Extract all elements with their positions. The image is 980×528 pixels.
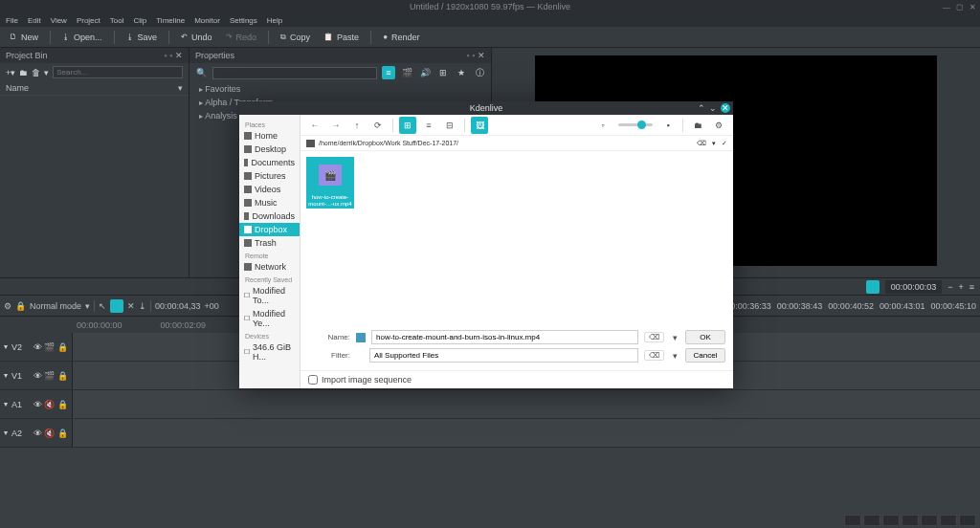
redo-button[interactable]: ↷ Redo: [222, 31, 261, 44]
place-modified-yesterday[interactable]: ☐ Modified Ye...: [239, 307, 300, 330]
import-sequence-checkbox[interactable]: [308, 375, 318, 385]
menu-project[interactable]: Project: [77, 16, 100, 25]
dialog-title: Kdenlive: [470, 103, 503, 113]
dialog-titlebar: Kdenlive ⌃ ⌄ ✕: [239, 101, 733, 115]
new-folder-icon[interactable]: 🖿: [689, 117, 706, 134]
dialog-max-icon[interactable]: ⌄: [709, 103, 717, 113]
place-downloads[interactable]: Downloads: [239, 209, 300, 223]
menu-settings[interactable]: Settings: [230, 16, 257, 25]
layout-switcher[interactable]: [844, 515, 976, 526]
place-videos[interactable]: Videos: [239, 183, 300, 196]
track-a1[interactable]: ▾ A1 👁 🔇 🔒: [0, 390, 980, 419]
effects-info-icon[interactable]: ⓘ: [473, 66, 486, 79]
cancel-button[interactable]: Cancel: [685, 348, 725, 363]
place-home[interactable]: Home: [239, 129, 300, 143]
undo-button[interactable]: ↶ Undo: [177, 31, 216, 44]
window-close-icon[interactable]: ✕: [969, 3, 976, 11]
menu-timeline[interactable]: Timeline: [156, 16, 185, 25]
window-minimize-icon[interactable]: —: [943, 3, 950, 11]
ok-button[interactable]: OK: [685, 330, 725, 344]
place-dropbox[interactable]: Dropbox: [239, 223, 300, 236]
project-bin-title: Project Bin: [6, 51, 48, 60]
menu-monitor[interactable]: Monitor: [194, 16, 220, 25]
menu-edit[interactable]: Edit: [28, 16, 41, 25]
path-clear-icon[interactable]: ⌫: [697, 140, 706, 147]
effects-video-icon[interactable]: 🎬: [400, 66, 413, 79]
timeline-tool-goto-icon[interactable]: ⤓: [139, 301, 146, 311]
effects-search-icon[interactable]: 🔍: [194, 66, 208, 79]
menu-help[interactable]: Help: [267, 16, 282, 25]
nav-back-icon[interactable]: ←: [306, 117, 323, 134]
view-icons-icon[interactable]: ⊞: [399, 117, 416, 134]
monitor-marker-icon[interactable]: [866, 280, 880, 294]
open-button[interactable]: ⭳ Open...: [58, 31, 106, 44]
name-column-header[interactable]: Name: [6, 83, 29, 93]
timeline-tool-razor-icon[interactable]: [110, 299, 123, 313]
menu-view[interactable]: View: [51, 16, 67, 25]
nav-up-icon[interactable]: ↑: [348, 117, 366, 134]
place-pictures[interactable]: Pictures: [239, 169, 300, 183]
filter-dropdown-icon[interactable]: ▾: [670, 351, 679, 361]
dialog-close-icon[interactable]: ✕: [721, 103, 730, 113]
menu-file[interactable]: File: [6, 16, 18, 25]
monitor-plus-icon[interactable]: +: [958, 282, 963, 292]
folder-icon[interactable]: 🖿: [19, 68, 28, 77]
file-browser-area[interactable]: 🎬 how-to-create-mount-...-ux.mp4: [301, 151, 733, 326]
save-button[interactable]: ⭳ Save: [122, 31, 162, 44]
file-label: how-to-create-mount-...-ux.mp4: [306, 193, 354, 209]
timeline-lock-icon[interactable]: 🔒: [15, 301, 26, 311]
window-titlebar: Untitled / 1920x1080 59.97fps — Kdenlive…: [0, 0, 980, 13]
settings-icon[interactable]: ⚙: [710, 117, 727, 134]
timeline-tool-spacer-icon[interactable]: ✕: [127, 301, 135, 311]
effects-fav-icon[interactable]: ★: [455, 66, 468, 79]
filename-input[interactable]: [371, 330, 638, 344]
delete-icon[interactable]: 🗑: [32, 68, 40, 77]
preview-toggle-icon[interactable]: 🖼: [471, 117, 488, 134]
file-item[interactable]: 🎬 how-to-create-mount-...-ux.mp4: [306, 157, 354, 209]
effects-search-input[interactable]: [212, 67, 377, 79]
current-path: /home/derrik/Dropbox/Work Stuff/Dec-17-2…: [319, 140, 458, 146]
view-tree-icon[interactable]: ⊟: [441, 117, 458, 134]
timeline-settings-icon[interactable]: ⚙: [4, 301, 11, 311]
add-clip-icon[interactable]: +▾: [6, 68, 15, 77]
view-list-icon[interactable]: ≡: [420, 117, 437, 134]
effects-audio-icon[interactable]: 🔊: [418, 66, 432, 79]
window-maximize-icon[interactable]: ▢: [956, 3, 964, 11]
recent-heading: Recently Saved: [239, 274, 300, 284]
zoom-slider[interactable]: [618, 123, 653, 126]
render-button[interactable]: ● Render: [379, 31, 423, 44]
new-button[interactable]: 🗋 New: [6, 31, 42, 44]
dialog-path-bar[interactable]: /home/derrik/Dropbox/Work Stuff/Dec-17-2…: [301, 136, 733, 151]
filter-label: Filter:: [308, 351, 350, 360]
paste-button[interactable]: 📋 Paste: [320, 31, 363, 44]
place-network[interactable]: Network: [239, 260, 300, 274]
filter-input[interactable]: [369, 348, 638, 363]
place-music[interactable]: Music: [239, 196, 300, 209]
timeline-mode[interactable]: Normal mode: [30, 301, 81, 311]
place-documents[interactable]: Documents: [239, 156, 300, 169]
zoom-out-icon[interactable]: ▫: [594, 117, 612, 134]
timeline-tool-select-icon[interactable]: ↖: [99, 301, 106, 311]
search-input[interactable]: [53, 66, 183, 78]
place-desktop[interactable]: Desktop: [239, 143, 300, 156]
place-trash[interactable]: Trash: [239, 236, 300, 250]
nav-forward-icon[interactable]: →: [327, 117, 345, 134]
copy-button[interactable]: ⧉ Copy: [277, 31, 314, 44]
menu-tool[interactable]: Tool: [110, 16, 124, 25]
filename-clear-icon[interactable]: ⌫: [644, 332, 664, 342]
place-disk[interactable]: ☐ 346.6 GiB H...: [239, 341, 300, 363]
nav-reload-icon[interactable]: ⟳: [369, 117, 387, 134]
track-a2[interactable]: ▾ A2 👁 🔇 🔒: [0, 419, 980, 448]
effects-view-icon[interactable]: ≡: [382, 66, 395, 79]
monitor-minus-icon[interactable]: −: [947, 282, 952, 292]
filter-clear-icon[interactable]: ⌫: [644, 350, 664, 361]
effects-custom-icon[interactable]: ⊞: [436, 66, 450, 79]
effect-group-favorites[interactable]: ▸ Favorites: [189, 82, 491, 96]
dialog-min-icon[interactable]: ⌃: [698, 103, 705, 113]
path-accept-icon[interactable]: ✓: [722, 140, 727, 147]
place-modified-today[interactable]: ☐ Modified To...: [239, 284, 300, 307]
menu-clip[interactable]: Clip: [133, 16, 146, 25]
filename-history-icon[interactable]: ▾: [670, 333, 679, 342]
monitor-menu-icon[interactable]: ≡: [969, 282, 974, 292]
zoom-in-icon[interactable]: ▪: [659, 117, 677, 134]
